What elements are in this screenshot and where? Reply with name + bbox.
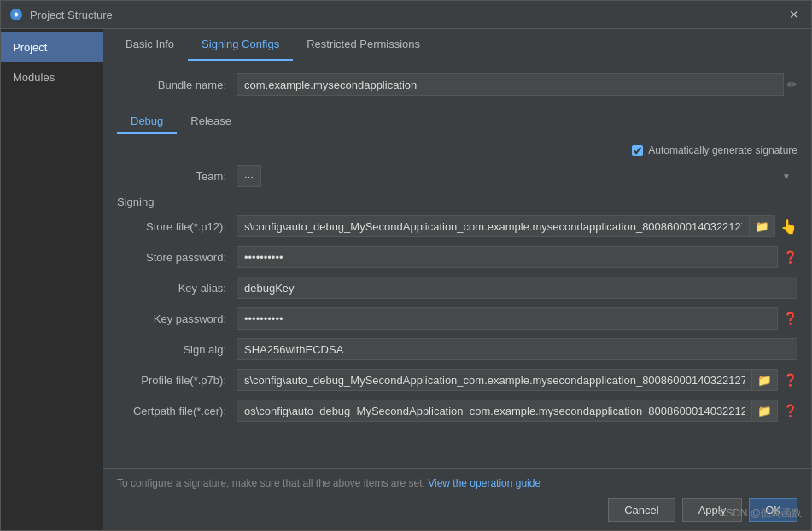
key-alias-label: Key alias:	[117, 282, 237, 295]
key-password-label: Key password:	[117, 312, 237, 325]
bundle-name-input[interactable]	[237, 73, 784, 96]
main-content: Basic Info Signing Configs Restricted Pe…	[103, 29, 811, 530]
tab-basic-info[interactable]: Basic Info	[112, 29, 188, 61]
footer-buttons: Cancel Apply OK	[117, 498, 797, 522]
footer: To configure a signature, make sure that…	[103, 468, 811, 530]
certpath-file-browse-button[interactable]: 📁	[752, 400, 778, 422]
key-password-row: Key password: ❓	[117, 307, 797, 330]
sidebar-item-modules[interactable]: Modules	[1, 62, 103, 92]
profile-file-browse-button[interactable]: 📁	[752, 369, 778, 391]
profile-file-row: Profile file(*.p7b): 📁 ❓	[117, 369, 797, 391]
store-password-row: Store password: ❓	[117, 246, 797, 268]
store-password-label: Store password:	[117, 251, 237, 264]
key-alias-row: Key alias:	[117, 277, 797, 299]
sub-tabs: Debug Release	[117, 109, 797, 134]
bundle-edit-button[interactable]: ✏	[787, 78, 797, 91]
profile-file-help-icon[interactable]: ❓	[783, 373, 797, 387]
auto-signature-checkbox[interactable]	[632, 145, 643, 156]
tab-signing-configs[interactable]: Signing Configs	[188, 29, 293, 61]
fingerprint-icon[interactable]: 👆	[780, 219, 797, 235]
project-structure-dialog: Project Structure ✕ Project Modules Basi…	[0, 0, 812, 531]
team-select[interactable]: ···	[237, 165, 261, 187]
bundle-name-row: Bundle name: ✏	[117, 73, 797, 96]
title-bar: Project Structure ✕	[1, 1, 811, 29]
tab-restricted-permissions[interactable]: Restricted Permissions	[293, 29, 434, 61]
team-label: Team:	[117, 170, 237, 183]
sign-alg-row: Sign alg:	[117, 338, 797, 360]
certpath-file-row: Certpath file(*.cer): 📁 ❓	[117, 400, 797, 422]
auto-signature-row: Automatically generate signature	[117, 144, 797, 156]
store-file-input-group: 📁	[237, 215, 775, 237]
store-file-browse-button[interactable]: 📁	[750, 215, 775, 237]
store-file-row: Store file(*.p12): 📁 👆	[117, 215, 797, 237]
certpath-file-help-icon[interactable]: ❓	[783, 404, 797, 417]
key-password-help-icon[interactable]: ❓	[783, 312, 797, 325]
bundle-name-label: Bundle name:	[117, 79, 237, 91]
sidebar-item-project[interactable]: Project	[1, 32, 103, 62]
key-alias-input[interactable]	[237, 277, 797, 299]
dialog-body: Project Modules Basic Info Signing Confi…	[1, 29, 811, 530]
cancel-button[interactable]: Cancel	[608, 498, 675, 522]
watermark: CSDN @低调函数	[718, 506, 802, 521]
team-select-wrapper: ···	[237, 165, 797, 187]
title-bar-left: Project Structure	[9, 8, 113, 21]
store-file-label: Store file(*.p12):	[117, 220, 237, 233]
store-file-input[interactable]	[237, 215, 750, 237]
profile-file-input-group: 📁	[237, 369, 778, 391]
sign-alg-label: Sign alg:	[117, 343, 237, 356]
sub-tab-debug[interactable]: Debug	[117, 109, 177, 134]
footer-text: To configure a signature, make sure that…	[117, 477, 797, 489]
sub-tab-release[interactable]: Release	[177, 109, 245, 134]
store-password-input[interactable]	[237, 246, 778, 268]
content-area: Bundle name: ✏ Debug Release	[103, 61, 811, 468]
top-tabs: Basic Info Signing Configs Restricted Pe…	[103, 29, 811, 61]
profile-file-label: Profile file(*.p7b):	[117, 374, 237, 387]
certpath-file-input-group: 📁	[237, 400, 778, 422]
operation-guide-link[interactable]: View the operation guide	[428, 477, 540, 489]
close-button[interactable]: ✕	[786, 6, 803, 23]
certpath-file-input[interactable]	[237, 400, 752, 422]
key-password-input[interactable]	[237, 307, 778, 330]
profile-file-input[interactable]	[237, 369, 752, 391]
signing-section-label: Signing	[117, 195, 797, 208]
sign-alg-input[interactable]	[237, 338, 797, 360]
auto-signature-label[interactable]: Automatically generate signature	[632, 144, 797, 156]
store-password-help-icon[interactable]: ❓	[783, 250, 797, 264]
certpath-file-label: Certpath file(*.cer):	[117, 405, 237, 417]
team-row: Team: ···	[117, 165, 797, 187]
app-icon	[9, 8, 23, 21]
sidebar: Project Modules	[1, 29, 103, 530]
dialog-title: Project Structure	[30, 9, 113, 21]
